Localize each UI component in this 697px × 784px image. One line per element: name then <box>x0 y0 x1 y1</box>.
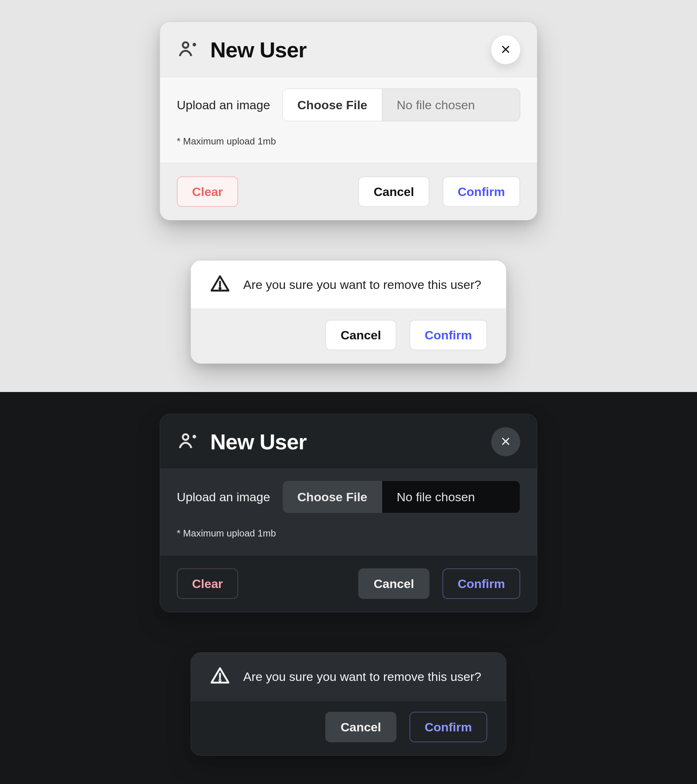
modal-footer: Clear Cancel Confirm <box>160 555 537 612</box>
upload-hint: * Maximum upload 1mb <box>177 136 520 147</box>
cancel-button[interactable]: Cancel <box>325 320 396 350</box>
file-input[interactable]: Choose File No file chosen <box>282 481 520 513</box>
clear-button[interactable]: Clear <box>177 176 238 207</box>
cancel-button[interactable]: Cancel <box>358 176 430 207</box>
modal-title: New User <box>210 429 306 455</box>
dialog-message-row: Are you sure you want to remove this use… <box>191 652 506 701</box>
close-button[interactable] <box>491 35 520 64</box>
choose-file-button[interactable]: Choose File <box>283 89 382 121</box>
modal-body: Upload an image Choose File No file chos… <box>160 469 537 555</box>
confirm-button[interactable]: Confirm <box>443 568 520 599</box>
modal-title: New User <box>210 37 306 63</box>
file-status: No file chosen <box>382 89 520 121</box>
warning-icon <box>210 274 230 295</box>
svg-point-13 <box>220 680 221 681</box>
warning-icon <box>210 666 230 687</box>
close-button[interactable] <box>491 427 520 456</box>
cancel-button[interactable]: Cancel <box>325 712 396 742</box>
svg-point-7 <box>183 434 188 440</box>
svg-point-6 <box>220 288 221 289</box>
modal-header: New User <box>160 414 537 469</box>
file-status: No file chosen <box>382 481 520 513</box>
modal-title-wrap: New User <box>177 429 306 455</box>
upload-label: Upload an image <box>177 490 270 504</box>
new-user-modal: New User Upload an image Choose File No … <box>160 414 537 612</box>
modal-body: Upload an image Choose File No file chos… <box>160 77 537 163</box>
confirm-button[interactable]: Confirm <box>409 320 487 350</box>
modal-title-wrap: New User <box>177 37 306 63</box>
upload-row: Upload an image Choose File No file chos… <box>177 89 520 121</box>
dialog-message: Are you sure you want to remove this use… <box>243 670 481 684</box>
cancel-button[interactable]: Cancel <box>358 568 430 599</box>
svg-point-0 <box>183 42 188 48</box>
footer-right-group: Cancel Confirm <box>358 176 520 207</box>
upload-hint: * Maximum upload 1mb <box>177 528 520 539</box>
user-plus-icon <box>177 430 198 453</box>
dialog-footer: Cancel Confirm <box>191 309 506 363</box>
dialog-message: Are you sure you want to remove this use… <box>243 278 481 292</box>
choose-file-button[interactable]: Choose File <box>283 481 382 513</box>
light-theme-panel: New User Upload an image Choose File No … <box>0 0 697 392</box>
remove-user-dialog: Are you sure you want to remove this use… <box>191 260 506 364</box>
close-icon <box>501 436 511 448</box>
upload-row: Upload an image Choose File No file chos… <box>177 481 520 513</box>
file-input[interactable]: Choose File No file chosen <box>282 89 520 121</box>
dialog-message-row: Are you sure you want to remove this use… <box>191 260 506 309</box>
modal-header: New User <box>160 22 537 77</box>
clear-button[interactable]: Clear <box>177 568 238 599</box>
dark-theme-panel: New User Upload an image Choose File No … <box>0 392 697 784</box>
modal-footer: Clear Cancel Confirm <box>160 163 537 220</box>
user-plus-icon <box>177 38 198 61</box>
dialog-footer: Cancel Confirm <box>191 701 506 755</box>
confirm-button[interactable]: Confirm <box>443 176 520 207</box>
new-user-modal: New User Upload an image Choose File No … <box>160 22 537 220</box>
footer-right-group: Cancel Confirm <box>358 568 520 599</box>
remove-user-dialog: Are you sure you want to remove this use… <box>191 652 506 756</box>
confirm-button[interactable]: Confirm <box>409 712 487 742</box>
upload-label: Upload an image <box>177 98 270 112</box>
close-icon <box>501 44 511 56</box>
